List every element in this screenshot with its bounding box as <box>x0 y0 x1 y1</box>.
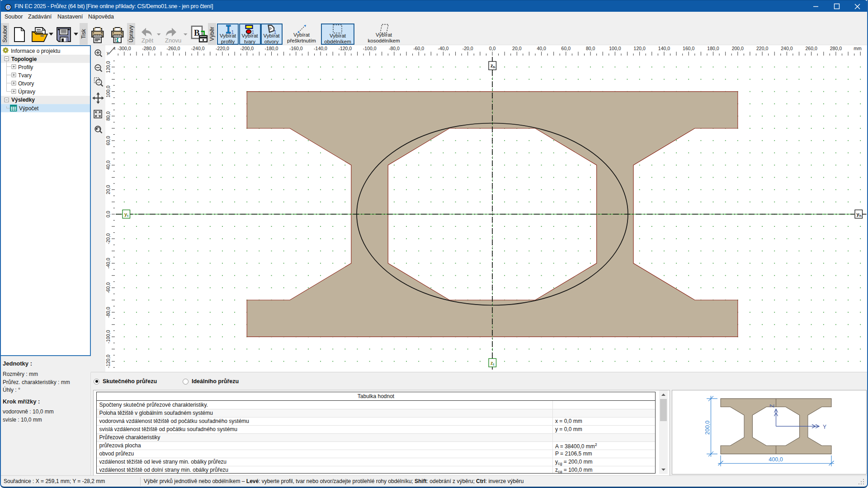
svg-text:80,0: 80,0 <box>586 46 595 51</box>
svg-text:-180,0: -180,0 <box>265 46 278 51</box>
svg-text:mm: mm <box>854 46 862 51</box>
svg-text:260,0: 260,0 <box>805 46 817 51</box>
svg-text:-80,0: -80,0 <box>389 46 400 51</box>
svg-text:-120,0: -120,0 <box>105 355 111 368</box>
svg-text:180,0: 180,0 <box>707 46 719 51</box>
svg-text:200,0: 200,0 <box>732 46 744 51</box>
svg-text:0,0: 0,0 <box>489 46 496 51</box>
svg-text:-20,0: -20,0 <box>462 46 473 51</box>
svg-text:100,0: 100,0 <box>609 46 621 51</box>
svg-text:-80,0: -80,0 <box>105 307 111 318</box>
svg-text:Z: Z <box>769 404 775 408</box>
svg-text:-140,0: -140,0 <box>314 46 327 51</box>
svg-text:Y: Y <box>823 424 826 430</box>
svg-text:1: 1 <box>274 29 277 35</box>
svg-text:-40,0: -40,0 <box>438 46 448 51</box>
svg-text:60,0: 60,0 <box>561 46 571 51</box>
svg-text:280,0: 280,0 <box>830 46 842 51</box>
svg-text:-280,0: -280,0 <box>142 46 156 51</box>
svg-text:20,0: 20,0 <box>512 46 522 51</box>
svg-text:-60,0: -60,0 <box>413 46 424 51</box>
svg-text:120,0: 120,0 <box>634 46 646 51</box>
svg-text:100,0: 100,0 <box>105 85 111 97</box>
svg-text:-60,0: -60,0 <box>105 282 111 293</box>
svg-text:-120,0: -120,0 <box>338 46 352 51</box>
svg-text:-40,0: -40,0 <box>105 258 111 268</box>
svg-text:80,0: 80,0 <box>105 112 111 121</box>
svg-text:220,0: 220,0 <box>756 46 768 51</box>
svg-text:60,0: 60,0 <box>105 136 111 145</box>
svg-text:-160,0: -160,0 <box>289 46 303 51</box>
svg-text:x: x <box>113 46 116 51</box>
svg-text:-260,0: -260,0 <box>167 46 180 51</box>
svg-text:40,0: 40,0 <box>105 160 111 170</box>
svg-text:-20,0: -20,0 <box>105 233 111 244</box>
svg-text:40,0: 40,0 <box>537 46 546 51</box>
svg-text:-220,0: -220,0 <box>216 46 229 51</box>
svg-text:1: 1 <box>231 29 234 35</box>
svg-text:-200,0: -200,0 <box>240 46 254 51</box>
svg-text:200,0: 200,0 <box>704 421 711 435</box>
svg-text:20,0: 20,0 <box>105 185 111 194</box>
svg-text:140,0: 140,0 <box>658 46 670 51</box>
svg-text:-100,0: -100,0 <box>105 330 111 343</box>
svg-text:400,0: 400,0 <box>769 456 783 463</box>
svg-text:y: y <box>107 51 109 55</box>
svg-text:120,0: 120,0 <box>105 61 111 73</box>
svg-text:240,0: 240,0 <box>781 46 793 51</box>
svg-text:1: 1 <box>252 29 255 35</box>
svg-text:0,0: 0,0 <box>105 211 111 218</box>
svg-text:160,0: 160,0 <box>683 46 694 51</box>
svg-text:-300,0: -300,0 <box>118 46 131 51</box>
svg-text:-240,0: -240,0 <box>191 46 205 51</box>
svg-text:-100,0: -100,0 <box>363 46 377 51</box>
